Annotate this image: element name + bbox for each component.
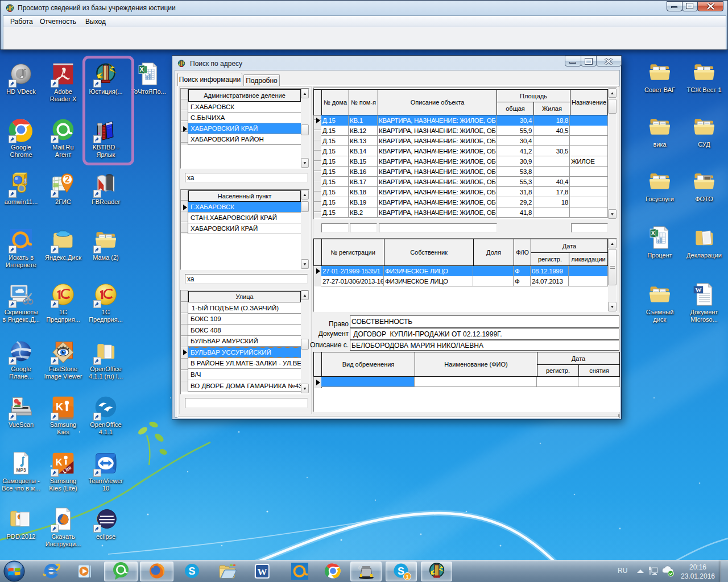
- svg-text:S: S: [188, 566, 195, 577]
- svg-text:1: 1: [406, 574, 408, 580]
- svg-text:S: S: [398, 566, 404, 577]
- svg-text:W: W: [258, 567, 267, 577]
